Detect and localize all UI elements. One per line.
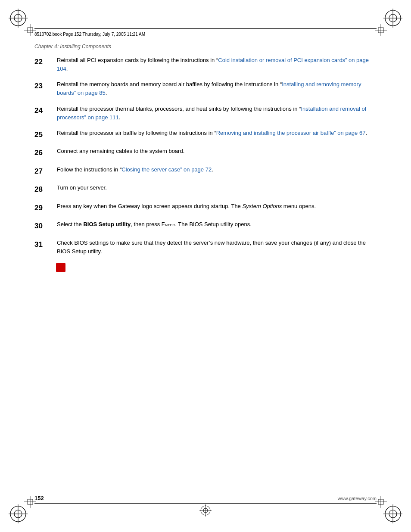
list-item-27: 27 Follow the instructions in “Closing t… (34, 165, 377, 177)
item-number-31: 31 (34, 239, 57, 256)
italic-system-options: System Options (242, 203, 282, 209)
link-25[interactable]: Removing and installing the processor ai… (216, 130, 366, 136)
list-item-22: 22 Reinstall all PCI expansion cards by … (34, 56, 377, 73)
item-text-30: Select the BIOS Setup utility, then pres… (57, 220, 377, 232)
main-content: 22 Reinstall all PCI expansion cards by … (34, 56, 377, 274)
list-item-24: 24 Reinstall the processor thermal blank… (34, 105, 377, 122)
small-caps-enter: Enter (162, 221, 175, 227)
chapter-title: Chapter 4: Installing Components (34, 44, 111, 50)
page-footer: 152 www.gateway.com (34, 495, 377, 504)
inner-crosshair-br (375, 496, 387, 508)
file-info-text: 8510702.book Page 152 Thursday, July 7, … (34, 32, 145, 37)
item-text-25: Reinstall the processor air baffle by fo… (57, 129, 377, 140)
item-text-26: Connect any remaining cables to the syst… (57, 147, 377, 159)
page: 8510702.book Page 152 Thursday, July 7, … (0, 0, 411, 532)
link-24[interactable]: Installation and removal of processors” … (57, 106, 366, 121)
item-number-27: 27 (34, 165, 57, 177)
item-text-24: Reinstall the processor thermal blanks, … (57, 105, 377, 122)
item-number-30: 30 (34, 220, 57, 232)
item-number-25: 25 (34, 129, 57, 140)
page-number: 152 (34, 495, 44, 501)
list-item-30: 30 Select the BIOS Setup utility, then p… (34, 220, 377, 232)
item-number-28: 28 (34, 184, 57, 195)
item-text-23: Reinstall the memory boards and memory b… (57, 80, 377, 97)
link-23[interactable]: Installing and removing memory boards” o… (57, 81, 361, 96)
list-item-25: 25 Reinstall the processor air baffle by… (34, 129, 377, 140)
link-27[interactable]: Closing the server case” on page 72 (121, 166, 212, 173)
item-number-23: 23 (34, 80, 57, 97)
file-info-bar: 8510702.book Page 152 Thursday, July 7, … (34, 28, 377, 37)
item-number-24: 24 (34, 105, 57, 122)
list-item-29: 29 Press any key when the Gateway logo s… (34, 202, 377, 214)
item-text-22: Reinstall all PCI expansion cards by fol… (57, 56, 377, 73)
list-item-23: 23 Reinstall the memory boards and memor… (34, 80, 377, 97)
list-item-26: 26 Connect any remaining cables to the s… (34, 147, 377, 159)
chapter-header: Chapter 4: Installing Components (34, 43, 377, 50)
inner-crosshair-tr (375, 24, 387, 36)
bottom-center-mark (199, 504, 212, 518)
end-bullet (56, 263, 377, 274)
item-text-29: Press any key when the Gateway logo scre… (57, 202, 377, 214)
item-text-28: Turn on your server. (57, 184, 377, 195)
bold-bios-utility: BIOS Setup utility (83, 221, 131, 227)
item-number-26: 26 (34, 147, 57, 159)
item-number-29: 29 (34, 202, 57, 214)
item-text-31: Check BIOS settings to make sure that th… (57, 239, 377, 256)
footer-url: www.gateway.com (338, 496, 377, 501)
item-text-27: Follow the instructions in “Closing the … (57, 165, 377, 177)
link-22[interactable]: Cold installation or removal of PCI expa… (57, 57, 369, 72)
list-item-31: 31 Check BIOS settings to make sure that… (34, 239, 377, 256)
item-number-22: 22 (34, 56, 57, 73)
list-item-28: 28 Turn on your server. (34, 184, 377, 195)
bullet-square-icon (56, 263, 65, 272)
